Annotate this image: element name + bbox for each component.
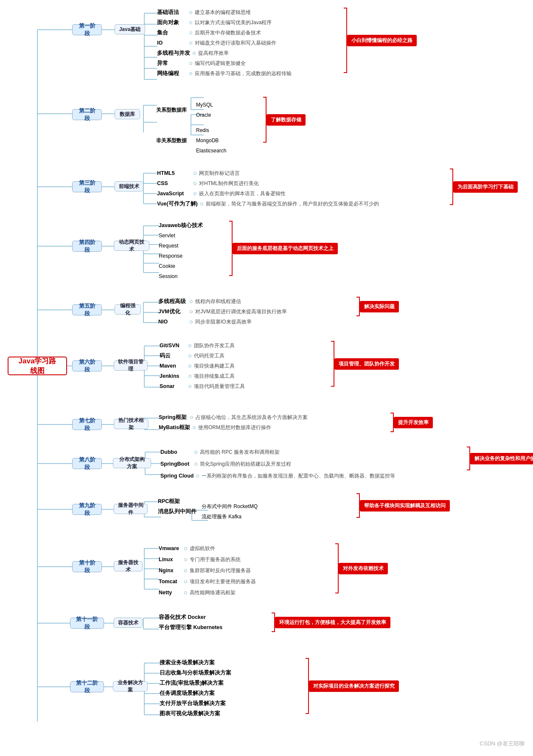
list-item: MyBatis框架 使用ORM思想对数据库进行操作 bbox=[159, 423, 308, 432]
stage-5-badge: 解决实际问题 bbox=[356, 297, 399, 316]
list-item: CSS 对HTML制作网页进行美化 bbox=[157, 179, 379, 188]
stage-11-badge: 环境运行打包，方便移植，大大提高了开发效率 bbox=[272, 613, 390, 632]
list-item: Javaweb核心技术 bbox=[159, 221, 203, 230]
list-item: 码云 代码托管工具 bbox=[160, 351, 245, 360]
list-item: 日志收集与分析场景解决方案 bbox=[160, 668, 231, 677]
stage-6-sub-label: 软件项目管理 bbox=[114, 360, 148, 371]
list-item: Servlet bbox=[159, 231, 203, 240]
list-item: 基础语法 建立基本的编程逻辑思维 bbox=[157, 8, 292, 17]
stage-11-label: 第十一阶段 bbox=[70, 618, 104, 629]
stage-12-items: 搜索业务场景解决方案 日志收集与分析场景解决方案 工作流(审批场景)解决方案 任… bbox=[160, 658, 231, 718]
list-item: 非关系型数据 Redis MongoDB Elasticsearch bbox=[156, 126, 226, 155]
stage-10-badge: 对外发布依赖技术 bbox=[335, 543, 388, 593]
stage-6-label: 第六阶段 bbox=[72, 360, 102, 371]
list-item: 图表可视化场景解决方案 bbox=[160, 709, 231, 718]
root-node: Java学习路线图 bbox=[8, 357, 67, 375]
list-item: HTML5 网页制作标记语言 bbox=[157, 169, 379, 178]
stage-11-sub-label: 容器技术 bbox=[114, 618, 143, 628]
list-item: 多线程高级 线程内存和线程通信 bbox=[158, 297, 287, 306]
stage-8-label: 第八阶段 bbox=[72, 458, 102, 469]
stage-7-badge: 提升开发效率 bbox=[390, 413, 433, 432]
stage-7-items: Spring框架 占据核心地位，其生态系统涉及各个方面解决方案 MyBatis框… bbox=[159, 413, 308, 432]
stage-4-label: 第四阶段 bbox=[72, 241, 102, 252]
root-label: Java学习路线图 bbox=[15, 356, 59, 376]
list-item: 异常 编写代码逻辑更加健全 bbox=[157, 59, 292, 68]
stage-5-label: 第五阶段 bbox=[72, 304, 102, 315]
stage-8-sub-label: 分布式架构方案 bbox=[113, 458, 151, 468]
stage-10-sub-label: 服务器技术 bbox=[114, 561, 143, 571]
list-item: 集合 后期开发中存储数据必备技术 bbox=[157, 28, 292, 37]
stage-2-badge: 了解数据存储 bbox=[263, 97, 306, 143]
list-item: 关系型数据库 MySQL Oracle bbox=[156, 100, 226, 120]
stage-3-label: 第三阶段 bbox=[72, 181, 102, 192]
stage-2-label: 第二阶段 bbox=[72, 109, 102, 120]
stage-8-badge: 解决业务的复杂性和用户的体验性 bbox=[467, 447, 533, 470]
stage-3-badge: 为后面高阶学习打下基础 bbox=[450, 169, 518, 205]
list-item: 容器化技术 Docker bbox=[159, 613, 222, 622]
stage-10-label: 第十阶段 bbox=[72, 561, 102, 572]
list-item: 消息队列中间件 分布式中间件 RocketMQ 流处理服务 Kafka bbox=[158, 507, 258, 516]
list-item: Jenkins 项目持续集成工具 bbox=[160, 371, 245, 381]
watermark: CSDN @老王陪聊 bbox=[480, 740, 525, 748]
stage-12-label: 第十二阶段 bbox=[70, 681, 104, 692]
stage-10-items: Vmware 虚拟机软件 Linux 专门用于服务器的系统 Nginx 集群部署… bbox=[159, 543, 256, 598]
list-item: Spring框架 占据核心地位，其生态系统涉及各个方面解决方案 bbox=[159, 413, 308, 422]
stage-4-items: Javaweb核心技术 Servlet Request Response Coo… bbox=[159, 221, 203, 281]
list-item: 面向对象 以对象方式去编写优美的Java程序 bbox=[157, 18, 292, 27]
stage-9-badge: 帮助各子模块间实现解耦及互相访问 bbox=[356, 493, 450, 518]
stage-1-badge: 小白到懵懂编程的必经之路 bbox=[344, 8, 417, 73]
list-item: JavaScript 嵌入在页面中的脚本语言，具备逻辑性 bbox=[157, 189, 379, 198]
list-item: JVM优化 对JVM底层进行调优来提高项目执行效率 bbox=[158, 307, 287, 316]
stage-1-items: 基础语法 建立基本的编程逻辑思维 面向对象 以对象方式去编写优美的Java程序 … bbox=[157, 8, 292, 78]
stage-2-items: 关系型数据库 MySQL Oracle 非关系型数据 Redis MongoDB bbox=[156, 100, 226, 155]
list-item: Request bbox=[159, 241, 203, 250]
list-item: Cookie bbox=[159, 261, 203, 271]
list-item: Maven 项目快速构建工具 bbox=[160, 361, 245, 371]
list-item: NIO 同步非阻塞IO来提高效率 bbox=[158, 317, 287, 326]
list-item: SpringBoot 简化Spring应用的初始搭建以及开发过程 bbox=[160, 458, 395, 469]
stage-12-badge: 对实际项目的业务解决方案进行探究 bbox=[306, 658, 399, 714]
list-item: 网络编程 应用服务器学习基础，完成数据的远程传输 bbox=[157, 69, 292, 78]
list-item: Vue(可作为了解) 前端框架，简化了与服务器端交互的操作，用户良好的交互体验是… bbox=[157, 199, 379, 208]
stage-1-sub-label: Java基础 bbox=[115, 24, 145, 34]
stage-3-items: HTML5 网页制作标记语言 CSS 对HTML制作网页进行美化 JavaScr… bbox=[157, 169, 379, 208]
list-item: Response bbox=[159, 251, 203, 261]
stage-11-items: 容器化技术 Docker 平台管理引擎 Kubernetes bbox=[159, 613, 222, 632]
stage-8-items: Dubbo 高性能的 RPC 服务发布和调用框架 SpringBoot 简化Sp… bbox=[160, 447, 395, 481]
list-item: 搜索业务场景解决方案 bbox=[160, 658, 231, 667]
stage-4-sub-label: 动态网页技术 bbox=[114, 241, 149, 251]
list-item: Session bbox=[159, 272, 203, 281]
list-item: 工作流(审批场景)解决方案 bbox=[160, 678, 231, 688]
stage-1-label: 第一阶段 bbox=[72, 24, 102, 35]
list-item: Git/SVN 团队协作开发工具 bbox=[160, 341, 245, 350]
list-item: 任务调度场景解决方案 bbox=[160, 689, 231, 698]
list-item: Spring Cloud 一系列框架的有序集合，如服务发现注册、配置中心、负载均… bbox=[160, 470, 395, 481]
stage-6-items: Git/SVN 团队协作开发工具 码云 代码托管工具 Maven 项目快速构建工… bbox=[160, 341, 245, 391]
stage-12-sub-label: 业务解决方案 bbox=[113, 681, 148, 691]
list-item: 多线程与并发 提高程序效率 bbox=[157, 48, 292, 58]
list-item: Nginx 集群部署时反向代理服务器 bbox=[159, 565, 256, 576]
stage-9-label: 第九阶段 bbox=[72, 504, 102, 515]
stage-9-sub-label: 服务器中间件 bbox=[114, 504, 148, 514]
stage-5-items: 多线程高级 线程内存和线程通信 JVM优化 对JVM底层进行调优来提高项目执行效… bbox=[158, 297, 287, 326]
list-item: Sonar 项目代码质量管理工具 bbox=[160, 382, 245, 391]
stage-9-items: RPC框架 消息队列中间件 分布式中间件 RocketMQ 流处理服务 Kafk… bbox=[158, 497, 258, 516]
list-item: Dubbo 高性能的 RPC 服务发布和调用框架 bbox=[160, 447, 395, 458]
stage-7-label: 第七阶段 bbox=[72, 419, 102, 430]
stage-2-sub-label: 数据库 bbox=[115, 109, 140, 119]
list-item: Vmware 虚拟机软件 bbox=[159, 543, 256, 554]
list-item: 支付开放平台场景解决方案 bbox=[160, 699, 231, 708]
stage-5-sub-label: 编程强化 bbox=[115, 304, 141, 315]
stage-7-sub-label: 热门技术框架 bbox=[114, 419, 149, 429]
list-item: Netty 高性能网络通讯框架 bbox=[159, 587, 256, 598]
list-item: IO 对磁盘文件进行读取和写入基础操作 bbox=[157, 38, 292, 48]
stage-3-sub-label: 前端技术 bbox=[115, 181, 143, 191]
list-item: Tomcat 项目发布时主要使用的服务器 bbox=[159, 576, 256, 587]
list-item: Linux 专门用于服务器的系统 bbox=[159, 554, 256, 565]
stage-6-badge: 项目管理、团队协作开发 bbox=[331, 341, 399, 387]
stage-4-badge: 后面的服务底层都是基于动态网页技术之上 bbox=[229, 221, 338, 276]
list-item: 平台管理引擎 Kubernetes bbox=[159, 623, 222, 632]
main-canvas: Java学习路线图 第一阶段 Java基础 基础语法 建立基本的编程逻辑思维 面… bbox=[0, 0, 533, 756]
